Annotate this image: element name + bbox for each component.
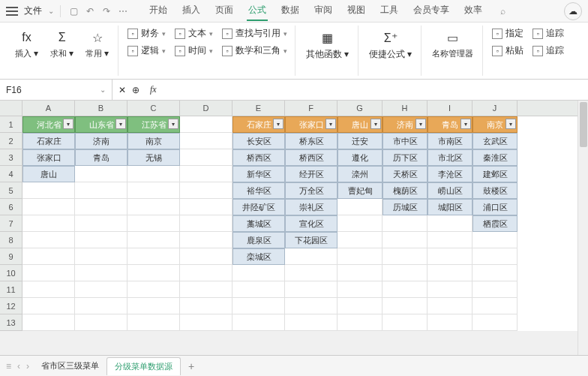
cell-G4[interactable]: 滦州 <box>338 166 382 182</box>
cell-A3[interactable]: 张家口 <box>22 149 75 166</box>
cell-J3[interactable]: 秦淮区 <box>472 149 518 166</box>
cell-D8[interactable] <box>180 232 232 248</box>
cell-A13[interactable] <box>22 314 75 331</box>
cell-A9[interactable] <box>22 248 75 265</box>
cell-C11[interactable] <box>128 281 180 298</box>
sheet-tab-0[interactable]: 省市区三级菜单 <box>34 357 106 375</box>
cell-C3[interactable]: 无锡 <box>128 149 180 166</box>
cell-I6[interactable]: 城阳区 <box>428 199 472 215</box>
cell-E13[interactable] <box>232 314 285 331</box>
cell-C9[interactable] <box>128 248 180 265</box>
ribbon-文本[interactable]: ▫文本▾ <box>172 26 216 41</box>
cell-E7[interactable]: 藁城区 <box>232 215 285 232</box>
cell-C2[interactable]: 南京 <box>128 133 180 149</box>
ribbon-逻辑[interactable]: ▫逻辑▾ <box>124 43 169 59</box>
cell-E3[interactable]: 桥西区 <box>232 149 285 166</box>
cell-A7[interactable] <box>22 215 75 232</box>
cell-G13[interactable] <box>338 314 382 331</box>
ribbon-查找与引用[interactable]: ▫查找与引用▾ <box>219 26 290 41</box>
cell-G8[interactable] <box>338 232 382 248</box>
cell-I11[interactable] <box>428 281 472 298</box>
cell-B13[interactable] <box>75 314 128 331</box>
save-icon[interactable]: ▢ <box>67 5 80 18</box>
vertical-scrollbar[interactable] <box>578 101 588 355</box>
cell-H10[interactable] <box>382 265 428 281</box>
cell-I7[interactable] <box>428 215 472 232</box>
cell-B8[interactable] <box>75 232 128 248</box>
cell-E2[interactable]: 长安区 <box>232 133 285 149</box>
cell-E9[interactable]: 栾城区 <box>232 248 285 265</box>
row-header-6[interactable]: 6 <box>0 199 22 215</box>
name-manager-button[interactable]: ▭名称管理器 <box>428 26 478 62</box>
cell-D6[interactable] <box>180 199 232 215</box>
cell-J9[interactable] <box>472 248 518 265</box>
ribbon-常用[interactable]: ☆常用 ▾ <box>81 26 113 62</box>
row-header-9[interactable]: 9 <box>0 248 22 265</box>
cell-F11[interactable] <box>285 281 338 298</box>
cell-H9[interactable] <box>382 248 428 265</box>
cell-A11[interactable] <box>22 281 75 298</box>
cell-B10[interactable] <box>75 265 128 281</box>
cell-F7[interactable]: 宣化区 <box>285 215 338 232</box>
cell-D3[interactable] <box>180 149 232 166</box>
cell-I4[interactable]: 李沧区 <box>428 166 472 182</box>
cancel-icon[interactable]: ✕ <box>118 85 126 95</box>
cell-F3[interactable]: 桥西区 <box>285 149 338 166</box>
quick-formula-button[interactable]: Σ⁺便捷公式 ▾ <box>364 26 416 64</box>
cell-E10[interactable] <box>232 265 285 281</box>
cell-H7[interactable] <box>382 215 428 232</box>
cell-C6[interactable] <box>128 199 180 215</box>
cell-F4[interactable]: 经开区 <box>285 166 338 182</box>
cell-I13[interactable] <box>428 314 472 331</box>
undo-icon[interactable]: ↶ <box>83 5 97 18</box>
cell-D1[interactable] <box>180 116 232 133</box>
sheet-tab-1[interactable]: 分级菜单数据源 <box>106 357 181 375</box>
row-header-12[interactable]: 12 <box>0 298 22 314</box>
cell-F1[interactable]: 张家口 <box>285 116 338 133</box>
scrollbar-thumb[interactable] <box>580 102 587 147</box>
cell-B11[interactable] <box>75 281 128 298</box>
cell-I10[interactable] <box>428 265 472 281</box>
cell-C5[interactable] <box>128 182 180 199</box>
cell-I12[interactable] <box>428 298 472 314</box>
cell-A10[interactable] <box>22 265 75 281</box>
cell-G12[interactable] <box>338 298 382 314</box>
cell-J7[interactable]: 栖霞区 <box>472 215 518 232</box>
cell-H5[interactable]: 槐荫区 <box>382 182 428 199</box>
ribbon-插入[interactable]: fx插入 ▾ <box>10 26 43 62</box>
cell-F9[interactable] <box>285 248 338 265</box>
cell-H1[interactable]: 济南 <box>382 116 428 133</box>
file-menu[interactable]: 文件 <box>21 3 45 19</box>
cell-G1[interactable]: 唐山 <box>338 116 382 133</box>
redo-icon[interactable]: ↷ <box>100 5 113 18</box>
ribbon-追踪[interactable]: ▫追踪 <box>530 43 567 59</box>
cell-F12[interactable] <box>285 298 338 314</box>
col-header-A[interactable]: A <box>22 101 75 116</box>
cell-H13[interactable] <box>382 314 428 331</box>
cell-D10[interactable] <box>180 265 232 281</box>
col-header-D[interactable]: D <box>180 101 232 116</box>
more-icon[interactable]: ⋯ <box>116 5 130 18</box>
sheet-next-icon[interactable]: › <box>25 361 31 371</box>
cell-C7[interactable] <box>128 215 180 232</box>
col-header-C[interactable]: C <box>128 101 180 116</box>
filter-dropdown[interactable] <box>416 119 426 129</box>
tab-页面[interactable]: 页面 <box>214 1 235 21</box>
cell-F2[interactable]: 桥东区 <box>285 133 338 149</box>
cell-B9[interactable] <box>75 248 128 265</box>
cloud-icon[interactable]: ☁ <box>564 2 582 20</box>
col-header-J[interactable]: J <box>472 101 518 116</box>
tab-视图[interactable]: 视图 <box>346 1 367 21</box>
cell-F10[interactable] <box>285 265 338 281</box>
cell-I5[interactable]: 崂山区 <box>428 182 472 199</box>
search-icon[interactable]: ⌕ <box>496 5 509 18</box>
cell-A2[interactable]: 石家庄 <box>22 133 75 149</box>
cell-C4[interactable] <box>128 166 180 182</box>
cell-B6[interactable] <box>75 199 128 215</box>
cell-G5[interactable]: 曹妃甸 <box>338 182 382 199</box>
cell-D5[interactable] <box>180 182 232 199</box>
col-header-F[interactable]: F <box>285 101 338 116</box>
cell-A4[interactable]: 唐山 <box>22 166 75 182</box>
col-header-E[interactable]: E <box>232 101 285 116</box>
ribbon-粘贴[interactable]: ▫粘贴 <box>489 43 526 59</box>
